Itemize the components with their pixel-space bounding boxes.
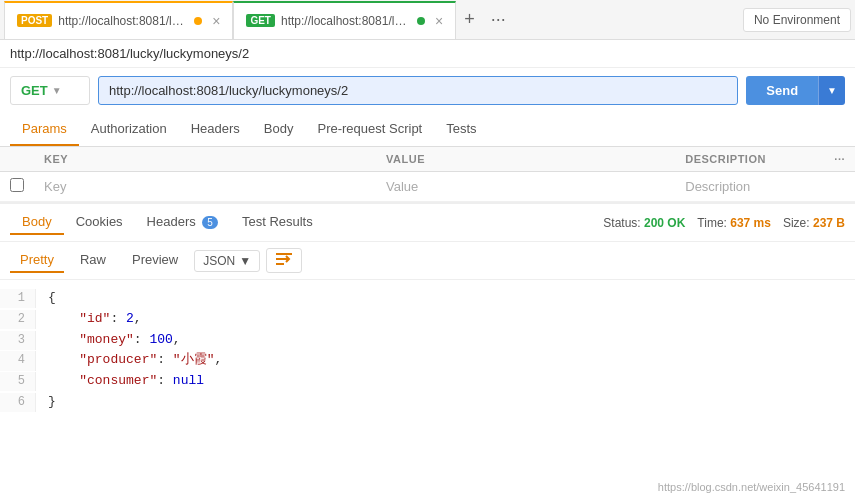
method-select[interactable]: GET ▼: [10, 76, 90, 105]
line-num-6: 6: [0, 393, 36, 412]
options-header: ···: [824, 147, 855, 172]
description-cell[interactable]: Description: [675, 172, 824, 202]
resp-tab-test-results[interactable]: Test Results: [230, 210, 325, 235]
format-raw[interactable]: Raw: [70, 248, 116, 273]
status-value: 200 OK: [644, 216, 685, 230]
line-content-6: }: [36, 392, 56, 413]
tab-tests[interactable]: Tests: [434, 113, 488, 146]
line-num-1: 1: [0, 289, 36, 308]
get-tab-close[interactable]: ×: [435, 13, 443, 29]
table-row: Key Value Description: [0, 172, 855, 202]
response-body-toolbar: Pretty Raw Preview JSON ▼: [0, 242, 855, 280]
size-value: 237 B: [813, 216, 845, 230]
json-format-select[interactable]: JSON ▼: [194, 250, 260, 272]
params-table-header-row: KEY VALUE DESCRIPTION ···: [0, 147, 855, 172]
wrap-button[interactable]: [266, 248, 302, 273]
code-line-5: 5 "consumer": null: [0, 371, 855, 392]
tab-get[interactable]: GET http://localhost:8081/lucky/lucky ×: [233, 1, 456, 39]
get-tab-url: http://localhost:8081/lucky/lucky: [281, 14, 411, 28]
tab-post[interactable]: POST http://localhost:8081/lucky/luck ×: [4, 1, 233, 39]
code-line-3: 3 "money": 100,: [0, 330, 855, 351]
wrap-icon: [275, 252, 293, 266]
size-label: Size: 237 B: [783, 216, 845, 230]
row-checkbox[interactable]: [10, 178, 24, 192]
method-chevron-icon: ▼: [52, 85, 62, 96]
time-value: 637 ms: [730, 216, 771, 230]
get-method-badge: GET: [246, 14, 275, 27]
send-button-group: Send ▼: [746, 76, 845, 105]
post-tab-url: http://localhost:8081/lucky/luck: [58, 14, 188, 28]
line-content-5: "consumer": null: [36, 371, 204, 392]
breadcrumb: http://localhost:8081/lucky/luckymoneys/…: [0, 40, 855, 68]
request-tabs: Params Authorization Headers Body Pre-re…: [0, 113, 855, 147]
options-cell: [824, 172, 855, 202]
time-label: Time: 637 ms: [697, 216, 771, 230]
params-table-container: KEY VALUE DESCRIPTION ··· Key Value Desc…: [0, 147, 855, 203]
line-num-4: 4: [0, 351, 36, 370]
tab-params[interactable]: Params: [10, 113, 79, 146]
line-content-2: "id": 2,: [36, 309, 142, 330]
line-content-1: {: [36, 288, 56, 309]
code-line-1: 1 {: [0, 288, 855, 309]
json-select-value: JSON: [203, 254, 235, 268]
resp-tab-headers[interactable]: Headers 5: [135, 210, 230, 235]
status-label: Status: 200 OK: [603, 216, 685, 230]
row-checkbox-cell: [0, 172, 34, 202]
add-tab-button[interactable]: +: [456, 9, 483, 30]
format-preview[interactable]: Preview: [122, 248, 188, 273]
resp-tab-cookies[interactable]: Cookies: [64, 210, 135, 235]
post-tab-close[interactable]: ×: [212, 13, 220, 29]
tab-pre-request[interactable]: Pre-request Script: [305, 113, 434, 146]
method-value: GET: [21, 83, 48, 98]
tab-headers[interactable]: Headers: [179, 113, 252, 146]
response-status: Status: 200 OK Time: 637 ms Size: 237 B: [603, 216, 845, 230]
checkbox-header: [0, 147, 34, 172]
json-select-chevron-icon: ▼: [239, 254, 251, 268]
line-num-2: 2: [0, 310, 36, 329]
request-bar: GET ▼ Send ▼: [0, 68, 855, 113]
json-response-body: 1 { 2 "id": 2, 3 "money": 100, 4 "produc…: [0, 280, 855, 421]
environment-selector[interactable]: No Environment: [743, 8, 851, 32]
code-line-6: 6 }: [0, 392, 855, 413]
response-header: Body Cookies Headers 5 Test Results Stat…: [0, 204, 855, 242]
breadcrumb-url: http://localhost:8081/lucky/luckymoneys/…: [10, 46, 249, 61]
headers-badge: 5: [202, 216, 218, 229]
code-line-4: 4 "producer": "小霞",: [0, 350, 855, 371]
post-method-badge: POST: [17, 14, 52, 27]
format-pretty[interactable]: Pretty: [10, 248, 64, 273]
more-tabs-button[interactable]: ···: [483, 9, 514, 30]
code-line-2: 2 "id": 2,: [0, 309, 855, 330]
response-tabs: Body Cookies Headers 5 Test Results: [10, 210, 325, 235]
description-header: DESCRIPTION: [675, 147, 824, 172]
key-cell[interactable]: Key: [34, 172, 376, 202]
value-header: VALUE: [376, 147, 675, 172]
line-num-5: 5: [0, 372, 36, 391]
tab-body[interactable]: Body: [252, 113, 306, 146]
tab-authorization[interactable]: Authorization: [79, 113, 179, 146]
get-tab-dot: [417, 17, 425, 25]
value-cell[interactable]: Value: [376, 172, 675, 202]
params-table: KEY VALUE DESCRIPTION ··· Key Value Desc…: [0, 147, 855, 202]
watermark: https://blog.csdn.net/weixin_45641191: [658, 481, 845, 493]
line-content-4: "producer": "小霞",: [36, 350, 222, 371]
post-tab-dot: [194, 17, 202, 25]
resp-tab-body[interactable]: Body: [10, 210, 64, 235]
tab-bar-right: No Environment: [743, 8, 851, 32]
send-button[interactable]: Send: [746, 76, 818, 105]
tab-bar: POST http://localhost:8081/lucky/luck × …: [0, 0, 855, 40]
line-num-3: 3: [0, 331, 36, 350]
url-input[interactable]: [98, 76, 738, 105]
key-header: KEY: [34, 147, 376, 172]
response-section: Body Cookies Headers 5 Test Results Stat…: [0, 203, 855, 421]
line-content-3: "money": 100,: [36, 330, 181, 351]
send-dropdown-button[interactable]: ▼: [818, 76, 845, 105]
